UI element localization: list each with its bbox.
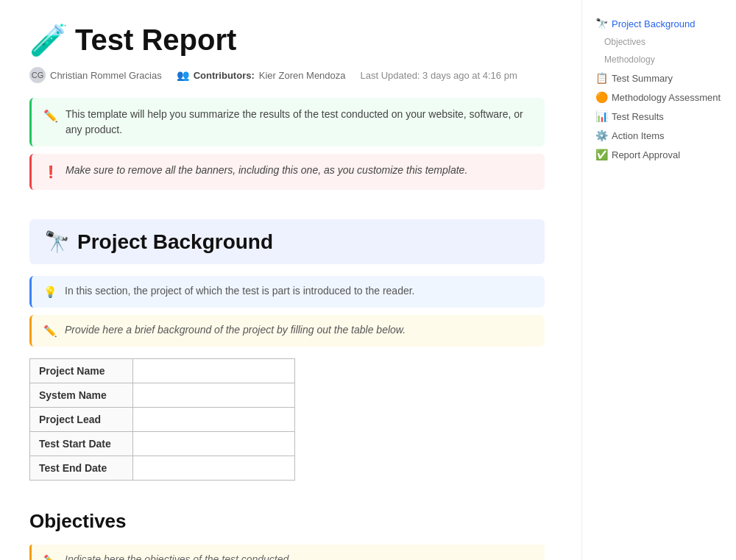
contributors-icon: 👥: [177, 69, 189, 81]
sidebar-icon-project-background: 🔭: [595, 18, 607, 29]
table-row: Project Lead: [30, 408, 295, 432]
table-cell-label: Test End Date: [30, 456, 133, 481]
table-cell-label: Project Lead: [30, 408, 133, 432]
green-banner: ✏️ This template will help you summarize…: [29, 98, 545, 146]
section-emoji: 🔭: [44, 230, 70, 254]
info-blue-icon: 💡: [43, 286, 57, 299]
table-cell-value[interactable]: [133, 408, 295, 432]
sidebar-label-action-items: Action Items: [612, 130, 665, 141]
green-banner-text: This template will help you summarize th…: [66, 107, 533, 138]
avatar: CG: [29, 67, 46, 83]
sidebar-icon-report-approval: ✅: [595, 149, 607, 160]
sidebar-item-test-results[interactable]: 📊 Test Results: [590, 107, 729, 125]
info-blue-text: In this section, the project of which th…: [65, 285, 414, 297]
table-cell-label: Test Start Date: [30, 432, 133, 456]
sidebar-item-test-summary[interactable]: 📋 Test Summary: [590, 69, 729, 87]
sidebar-icon-test-summary: 📋: [595, 72, 607, 84]
table-row: Test End Date: [30, 456, 295, 481]
table-cell-value[interactable]: [133, 359, 295, 383]
sidebar-item-objectives[interactable]: Objectives: [590, 34, 729, 50]
sidebar-item-report-approval[interactable]: ✅ Report Approval: [590, 146, 729, 163]
sidebar-icon-methodology-assessment: 🟠: [595, 91, 607, 103]
section-header: 🔭 Project Background: [29, 219, 545, 264]
sidebar-item-project-background[interactable]: 🔭 Project Background: [590, 15, 729, 32]
objectives-banner: ✏️ Indicate here the objectives of the t…: [29, 545, 545, 560]
sidebar: 🔭 Project Background ObjectivesMethodolo…: [581, 0, 736, 560]
info-blue-banner: 💡 In this section, the project of which …: [29, 276, 545, 308]
table-cell-label: System Name: [30, 383, 133, 408]
table-cell-label: Project Name: [30, 359, 133, 383]
sidebar-item-methodology-assessment[interactable]: 🟠 Methodology Assessment: [590, 88, 729, 106]
author-name: Christian Rommel Gracias: [50, 70, 162, 81]
sidebar-icon-test-results: 📊: [595, 110, 607, 122]
contributors-label: Contributors:: [194, 70, 255, 81]
table-row: Project Name: [30, 359, 295, 383]
contributors-info: 👥 Contributors: Kier Zoren Mendoza: [177, 69, 346, 81]
objectives-banner-content: Indicate here the objectives of the test…: [65, 553, 371, 560]
title-emoji: 🧪: [29, 22, 68, 58]
objectives-title: Objectives: [29, 510, 545, 533]
sidebar-label-test-summary: Test Summary: [612, 73, 673, 84]
table-cell-value[interactable]: [133, 456, 295, 481]
objectives-banner-text: Indicate here the objectives of the test…: [65, 553, 371, 560]
red-banner-icon: ❗: [43, 163, 58, 181]
sidebar-label-objectives: Objectives: [604, 37, 645, 47]
info-yellow-icon: ✏️: [43, 325, 57, 338]
table-row: System Name: [30, 383, 295, 408]
sidebar-label-report-approval: Report Approval: [612, 149, 680, 160]
page-title: Test Report: [75, 24, 236, 57]
author-info: CG Christian Rommel Gracias: [29, 67, 162, 83]
main-content: 🧪 Test Report CG Christian Rommel Gracia…: [0, 0, 574, 560]
green-banner-icon: ✏️: [43, 107, 58, 125]
doc-header: 🧪 Test Report CG Christian Rommel Gracia…: [29, 22, 545, 83]
contributors-value: Kier Zoren Mendoza: [259, 70, 346, 81]
objectives-banner-icon: ✏️: [43, 554, 57, 560]
red-banner: ❗ Make sure to remove all the banners, i…: [29, 154, 545, 190]
section-title: Project Background: [77, 230, 273, 254]
doc-meta: CG Christian Rommel Gracias 👥 Contributo…: [29, 67, 545, 83]
sidebar-label-methodology-assessment: Methodology Assessment: [612, 92, 721, 103]
sidebar-label-methodology: Methodology: [604, 54, 655, 65]
table-cell-value[interactable]: [133, 383, 295, 408]
table-cell-value[interactable]: [133, 432, 295, 456]
table-row: Test Start Date: [30, 432, 295, 456]
info-yellow-text: Provide here a brief background of the p…: [65, 324, 406, 336]
sidebar-item-action-items[interactable]: ⚙️ Action Items: [590, 127, 729, 144]
title-row: 🧪 Test Report: [29, 22, 545, 58]
objectives-section: Objectives ✏️ Indicate here the objectiv…: [29, 510, 545, 560]
project-background-section: 🔭 Project Background 💡 In this section, …: [29, 219, 545, 481]
red-banner-text: Make sure to remove all the banners, inc…: [66, 163, 467, 178]
last-updated: Last Updated: 3 days ago at 4:16 pm: [361, 70, 517, 81]
sidebar-item-methodology[interactable]: Methodology: [590, 52, 729, 68]
project-table: Project Name System Name Project Lead Te…: [29, 358, 295, 481]
info-yellow-banner: ✏️ Provide here a brief background of th…: [29, 315, 545, 347]
sidebar-label-project-background: Project Background: [612, 18, 695, 29]
sidebar-label-test-results: Test Results: [612, 111, 664, 122]
sidebar-icon-action-items: ⚙️: [595, 130, 607, 141]
